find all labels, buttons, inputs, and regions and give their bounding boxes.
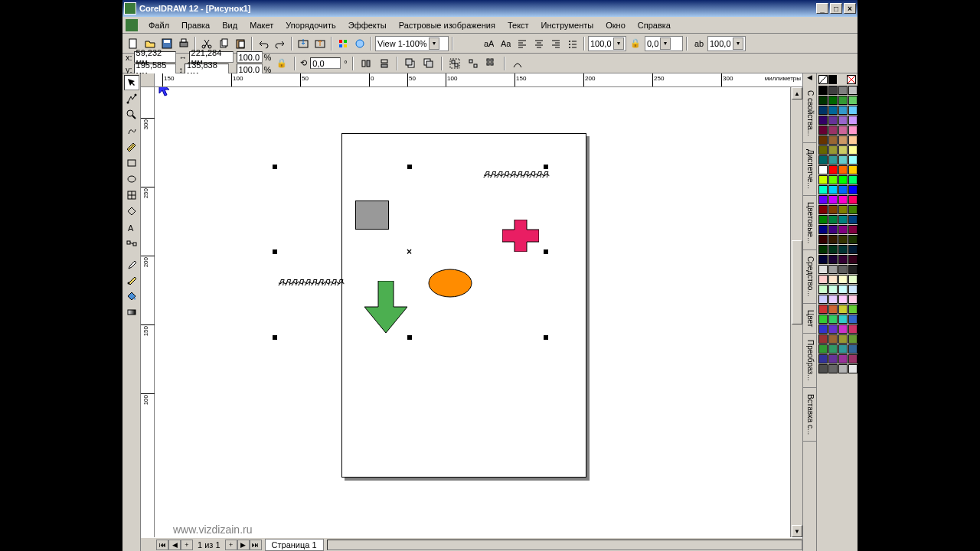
color-swatch[interactable]	[828, 145, 838, 155]
pick-tool[interactable]	[124, 75, 139, 90]
color-swatch[interactable]	[818, 334, 828, 344]
color-swatch[interactable]	[818, 364, 828, 373]
page-tab[interactable]: Страница 1	[265, 539, 324, 551]
smart-draw-tool[interactable]	[124, 139, 139, 155]
color-swatch[interactable]	[848, 116, 858, 125]
color-swatch[interactable]	[848, 175, 858, 184]
canvas[interactable]: ЛЛЛЛЛЛЛЛЛЛ ЛЛЛЛЛЛЛЛЛЛ ×	[155, 87, 790, 537]
color-swatch[interactable]	[828, 106, 838, 115]
color-swatch[interactable]	[838, 215, 848, 224]
color-swatch[interactable]	[818, 155, 828, 165]
docker-object-manager[interactable]: Диспетче...	[803, 143, 816, 196]
docker-transform[interactable]: Преобраз...	[803, 334, 816, 388]
align-right-button[interactable]	[548, 36, 564, 51]
color-swatch[interactable]	[848, 265, 858, 274]
color-swatch[interactable]	[828, 324, 838, 334]
menu-layout[interactable]: Макет	[243, 19, 279, 31]
selection-handle[interactable]	[273, 165, 277, 169]
menu-file[interactable]: Файл	[142, 19, 175, 31]
color-swatch[interactable]	[828, 354, 838, 364]
snap-button-2[interactable]: Aa	[498, 36, 513, 51]
color-swatch[interactable]	[838, 235, 848, 244]
selection-handle[interactable]	[544, 249, 548, 254]
color-swatch[interactable]	[828, 295, 838, 304]
color-swatch[interactable]	[838, 175, 848, 184]
ungroup-button[interactable]	[466, 56, 481, 71]
docker-tools[interactable]: Средство...	[803, 250, 816, 304]
color-swatch[interactable]	[818, 106, 828, 115]
rectangle-tool[interactable]	[124, 155, 139, 171]
color-swatch[interactable]	[828, 305, 838, 314]
docker-collapse-button[interactable]: ◀	[803, 73, 816, 84]
color-swatch[interactable]	[848, 255, 858, 264]
color-swatch[interactable]	[848, 165, 858, 174]
next-page-button[interactable]: ▶	[237, 540, 250, 550]
color-swatch[interactable]	[838, 106, 848, 115]
rectangle-shape[interactable]	[355, 201, 389, 230]
first-page-button[interactable]: ⏮	[156, 540, 168, 550]
selection-handle[interactable]	[273, 335, 277, 340]
docker-color[interactable]: Цвет	[803, 304, 816, 334]
color-swatch[interactable]	[818, 215, 828, 224]
color-swatch[interactable]	[838, 315, 848, 324]
color-swatch[interactable]	[838, 364, 848, 373]
menu-help[interactable]: Справка	[632, 19, 677, 31]
docker-color-styles[interactable]: Цветовые...	[803, 196, 816, 250]
color-swatch[interactable]	[838, 354, 848, 364]
align-center-button[interactable]	[531, 36, 547, 51]
corel-online-button[interactable]	[352, 36, 368, 51]
color-swatch[interactable]	[828, 245, 838, 254]
scroll-up-button[interactable]: ▲	[792, 87, 802, 99]
interactive-fill-tool[interactable]	[124, 305, 139, 320]
bullets-button[interactable]	[565, 36, 580, 51]
color-swatch[interactable]	[828, 195, 838, 204]
color-swatch[interactable]	[828, 315, 838, 324]
ungroup-all-button[interactable]	[484, 56, 499, 71]
lock-icon[interactable]: 🔒	[628, 36, 643, 51]
redo-button[interactable]	[273, 36, 288, 51]
color-swatch[interactable]	[818, 126, 828, 135]
group-button[interactable]	[447, 56, 462, 71]
menu-bitmaps[interactable]: Растровые изображения	[393, 19, 501, 31]
color-swatch[interactable]	[848, 305, 858, 314]
color-swatch[interactable]	[838, 275, 848, 284]
selection-handle[interactable]	[544, 165, 548, 169]
scalex-field[interactable]: 100.0	[237, 51, 263, 63]
color-swatch[interactable]	[838, 145, 848, 155]
ellipse-tool[interactable]	[124, 171, 139, 187]
color-swatch[interactable]	[818, 96, 828, 105]
add-page-before-button[interactable]: +	[181, 540, 193, 550]
color-swatch[interactable]	[818, 255, 828, 264]
cross-shape[interactable]	[502, 220, 539, 252]
fill-tool[interactable]	[124, 289, 139, 304]
color-swatch[interactable]	[848, 205, 858, 214]
vertical-scrollbar[interactable]: ▲ ▼	[790, 87, 802, 537]
text-tool[interactable]: A	[124, 220, 139, 235]
graph-paper-tool[interactable]	[124, 187, 139, 203]
maximize-button[interactable]: □	[830, 3, 842, 14]
color-swatch[interactable]	[838, 185, 848, 194]
selection-handle[interactable]	[544, 335, 548, 340]
color-swatch[interactable]	[848, 126, 858, 135]
last-page-button[interactable]: ⏭	[250, 540, 262, 550]
color-swatch[interactable]	[828, 334, 838, 344]
zoom-combo[interactable]: View 1-100% ▾	[375, 36, 449, 51]
color-swatch[interactable]	[818, 86, 828, 95]
to-front-button[interactable]	[403, 56, 418, 71]
color-swatch[interactable]	[828, 225, 838, 234]
color-swatch[interactable]	[838, 225, 848, 234]
color-swatch[interactable]	[838, 155, 848, 165]
color-swatch[interactable]	[818, 285, 828, 294]
color-swatch[interactable]	[838, 334, 848, 344]
ellipse-shape[interactable]	[428, 269, 472, 298]
color-swatch[interactable]	[828, 116, 838, 125]
color-swatch[interactable]	[838, 245, 848, 254]
color-swatch[interactable]	[818, 195, 828, 204]
import-button[interactable]	[296, 36, 311, 51]
color-swatch[interactable]	[838, 126, 848, 135]
color-swatch[interactable]	[848, 344, 858, 354]
field3-combo[interactable]: 100,0▾	[707, 36, 746, 51]
color-swatch[interactable]	[838, 255, 848, 264]
selection-handle[interactable]	[407, 165, 412, 169]
menu-window[interactable]: Окно	[599, 19, 632, 31]
